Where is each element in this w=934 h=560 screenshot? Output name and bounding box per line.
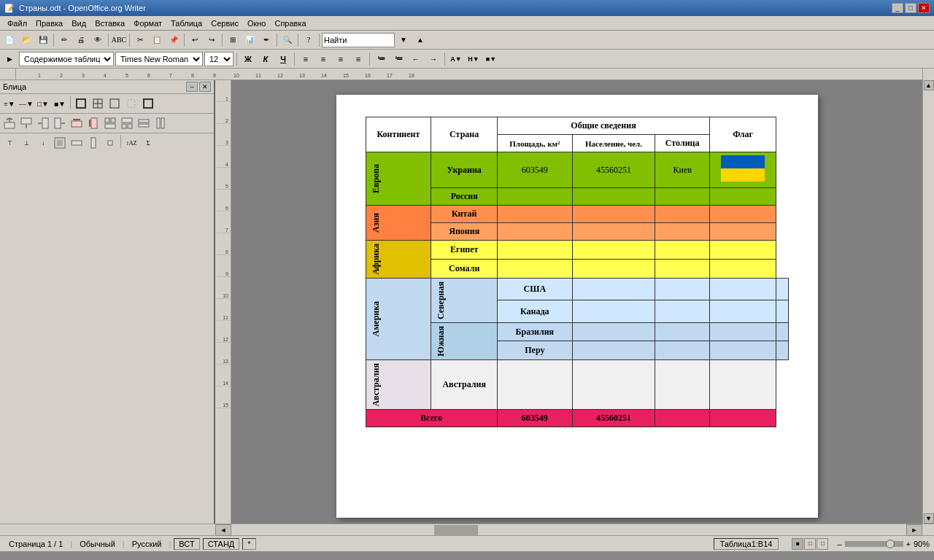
undo-btn[interactable]: ↩ (187, 32, 203, 48)
list-unordered-btn[interactable]: ≔ (373, 51, 389, 67)
cell-cap-russia[interactable] (655, 188, 710, 206)
cell-area-usa[interactable] (572, 278, 655, 300)
preview-btn[interactable]: 👁 (90, 32, 106, 48)
bg-color-btn[interactable]: ■▼ (483, 51, 499, 67)
scroll-left-btn[interactable]: ◄ (215, 524, 231, 536)
cell-country-somalia[interactable]: Сомали (431, 259, 498, 278)
find-btn[interactable]: 🔍 (279, 32, 296, 48)
cell-country-brazil[interactable]: Бразилия (498, 322, 573, 341)
close-btn[interactable]: ✕ (918, 3, 930, 13)
help-btn[interactable]: ? (301, 32, 317, 48)
menu-file[interactable]: Файл (3, 18, 31, 28)
menu-insert[interactable]: Вставка (90, 18, 129, 28)
cell-cap-somalia[interactable] (655, 259, 710, 278)
cut-btn[interactable]: ✂ (132, 32, 148, 48)
tb-table-props[interactable] (52, 135, 68, 151)
cell-area-somalia[interactable] (498, 259, 573, 278)
tb-border-all[interactable] (107, 96, 123, 112)
vertical-scrollbar[interactable]: ▲ ▼ (922, 80, 934, 524)
cell-total-pop[interactable]: 45560251 (572, 410, 655, 427)
tb-delete-row[interactable] (69, 115, 85, 131)
align-center-btn[interactable]: ≡ (315, 51, 331, 67)
tb-col-props[interactable] (85, 135, 101, 151)
cell-cap-japan[interactable] (655, 223, 710, 241)
zoom-increase-btn[interactable]: + (906, 540, 911, 548)
cell-cap-brazil[interactable] (709, 322, 776, 341)
save-btn[interactable]: 💾 (35, 32, 51, 48)
draw-btn[interactable]: ✒ (258, 32, 274, 48)
view-web-btn[interactable]: □ (804, 538, 816, 550)
tb-split-cells[interactable] (119, 115, 135, 131)
cell-cap-canada[interactable] (709, 300, 776, 323)
scroll-right-btn[interactable]: ► (906, 524, 922, 536)
cell-area-china[interactable] (498, 206, 573, 223)
cell-cap-ukraine[interactable]: Киев (655, 152, 710, 188)
tb-border-inner[interactable] (90, 96, 106, 112)
view-full-btn[interactable]: □ (817, 538, 828, 550)
edit-btn[interactable]: ✏ (56, 32, 72, 48)
tb-align-middle[interactable]: ⊥ (18, 135, 34, 151)
bold-btn[interactable]: Ж (240, 51, 256, 67)
cell-area-peru[interactable] (572, 341, 655, 359)
zoom-thumb[interactable] (886, 540, 895, 548)
tb-insert-col-right[interactable] (52, 115, 68, 131)
align-justify-btn[interactable]: ≡ (350, 51, 366, 67)
cell-country-peru[interactable]: Перу (498, 341, 573, 359)
cell-pop-japan[interactable] (572, 223, 655, 241)
cell-pop-australia[interactable] (572, 359, 655, 410)
cell-country-ukraine[interactable]: Украина (431, 152, 498, 188)
tb-insert-row-above[interactable] (1, 115, 18, 131)
find-next-btn[interactable]: ▼ (395, 32, 412, 48)
find-prev-btn[interactable]: ▲ (412, 32, 428, 48)
tb-formula[interactable]: Σ (140, 135, 156, 151)
indent-less-btn[interactable]: ← (408, 51, 424, 67)
menu-edit[interactable]: Правка (31, 18, 67, 28)
cell-cap-usa[interactable] (709, 278, 776, 300)
cell-area-brazil[interactable] (572, 322, 655, 341)
menu-view[interactable]: Вид (67, 18, 90, 28)
tb-sort[interactable]: ↕AZ (123, 135, 139, 151)
underline-btn[interactable]: Ч (275, 51, 291, 67)
cell-pop-somalia[interactable] (572, 259, 655, 278)
cell-area-australia[interactable] (498, 359, 573, 410)
menu-help[interactable]: Справка (270, 18, 310, 28)
cell-cap-australia[interactable] (655, 359, 710, 410)
cell-area-russia[interactable] (498, 188, 573, 206)
tb-optimize-cols[interactable] (153, 115, 169, 131)
cell-area-japan[interactable] (498, 223, 573, 241)
cell-country-egypt[interactable]: Египет (431, 241, 498, 260)
cell-country-usa[interactable]: США (498, 278, 573, 300)
cell-pop-peru[interactable] (655, 341, 710, 359)
redo-btn[interactable]: ↪ (204, 32, 220, 48)
tb-align-top[interactable]: ⊤ (1, 135, 18, 151)
print-btn[interactable]: 🖨 (73, 32, 89, 48)
tb-list-style[interactable]: ≡▼ (1, 96, 18, 112)
cell-country-canada[interactable]: Канада (498, 300, 573, 323)
cell-pop-ukraine[interactable]: 45560251 (572, 152, 655, 188)
cell-area-canada[interactable] (572, 300, 655, 323)
tb-insert-row-below[interactable] (18, 115, 34, 131)
cell-pop-usa[interactable] (655, 278, 710, 300)
tb-merge-cells[interactable] (102, 115, 118, 131)
table-btn[interactable]: ⊞ (225, 32, 241, 48)
tb-delete-col[interactable] (85, 115, 101, 131)
tb-border-none[interactable] (123, 96, 139, 112)
minimize-btn[interactable]: _ (892, 3, 903, 13)
spell-btn[interactable]: ABC (111, 32, 127, 48)
tb-line-style[interactable]: —▼ (18, 96, 34, 112)
cell-cap-egypt[interactable] (655, 241, 710, 260)
tb-cell-props[interactable] (102, 135, 118, 151)
countries-table[interactable]: Континент Страна Общие сведения Флаг (366, 117, 789, 427)
document-area[interactable]: Континент Страна Общие сведения Флаг (231, 80, 922, 524)
highlight-btn[interactable]: H▼ (466, 51, 482, 67)
cell-country-japan[interactable]: Япония (431, 223, 498, 241)
tb-border-box[interactable] (73, 96, 89, 112)
copy-btn[interactable]: 📋 (149, 32, 165, 48)
cell-pop-russia[interactable] (572, 188, 655, 206)
cell-total-capital[interactable] (655, 410, 710, 427)
tb-frame-color[interactable]: ■▼ (52, 96, 68, 112)
tb-border-outer[interactable] (140, 96, 156, 112)
cell-pop-brazil[interactable] (655, 322, 710, 341)
cell-country-china[interactable]: Китай (431, 206, 498, 223)
indent-more-btn[interactable]: → (425, 51, 441, 67)
